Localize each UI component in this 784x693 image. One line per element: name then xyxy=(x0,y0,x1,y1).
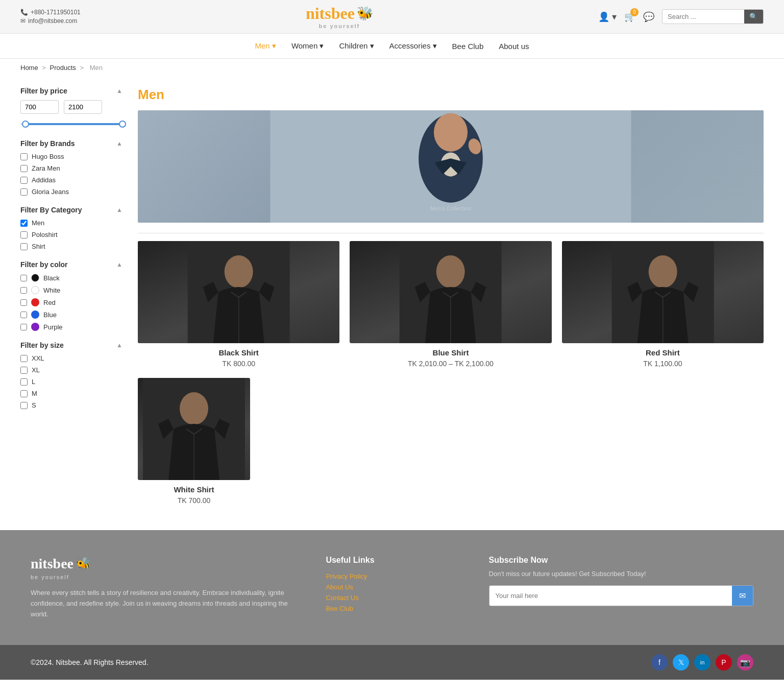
color-white-label: White xyxy=(43,286,60,294)
filter-color-header[interactable]: Filter by color ▲ xyxy=(20,260,122,269)
product-name-blue-shirt: Blue Shirt xyxy=(350,348,551,357)
brand-hugo-boss-checkbox[interactable] xyxy=(20,153,28,160)
color-blue-checkbox[interactable] xyxy=(20,312,27,318)
twitter-icon[interactable]: 𝕏 xyxy=(673,654,689,671)
color-purple-checkbox[interactable] xyxy=(20,324,27,330)
content-area: Men Men's Collection xyxy=(138,87,764,505)
breadcrumb: Home > Products > Men xyxy=(0,59,784,77)
cat-poloshirt-checkbox[interactable] xyxy=(20,231,28,238)
site-logo[interactable]: nitsbee 🐝 be yourself xyxy=(81,4,598,29)
color-white-dot xyxy=(31,286,39,294)
cat-shirt-checkbox[interactable] xyxy=(20,243,28,250)
facebook-icon[interactable]: f xyxy=(651,654,668,671)
color-white: White xyxy=(20,286,122,294)
nav-children[interactable]: Children ▾ xyxy=(339,41,374,51)
cart-icon[interactable]: 🛒 0 xyxy=(624,11,635,22)
breadcrumb-products[interactable]: Products xyxy=(50,64,76,71)
footer-links-title: Useful Links xyxy=(326,556,458,565)
contact-info: 📞 +880-1711950101 ✉ info@nitsbee.com xyxy=(20,9,81,25)
footer-logo-section: nitsbee 🐝 be yourself Where every stitch… xyxy=(31,556,295,619)
brand-zara-men: Zara Men xyxy=(20,164,122,172)
brand-gloria-jeans-checkbox[interactable] xyxy=(20,188,28,196)
brand-addidas-checkbox[interactable] xyxy=(20,177,28,184)
logo-text: nitsbee xyxy=(306,4,355,23)
color-black-checkbox[interactable] xyxy=(20,275,27,281)
footer-link-privacy[interactable]: Privacy Policy xyxy=(326,572,458,580)
product-img-black-shirt xyxy=(138,241,339,343)
size-m: M xyxy=(20,390,122,397)
nav-bee-club[interactable]: Bee Club xyxy=(452,42,484,51)
svg-text:Men's Collection: Men's Collection xyxy=(430,205,471,211)
product-img-blue-shirt xyxy=(350,241,551,343)
social-icons: f 𝕏 in P 📷 xyxy=(651,654,753,671)
footer: nitsbee 🐝 be yourself Where every stitch… xyxy=(0,530,784,680)
product-card-black-shirt[interactable]: Black Shirt TK 800.00 xyxy=(138,241,339,368)
svg-point-2 xyxy=(434,113,468,152)
chevron-up-icon: ▲ xyxy=(116,261,122,268)
breadcrumb-home[interactable]: Home xyxy=(20,64,38,71)
filter-price-header[interactable]: Filter by price ▲ xyxy=(20,87,122,95)
phone-number: +880-1711950101 xyxy=(31,9,81,16)
price-min-input[interactable] xyxy=(20,100,59,114)
filter-size-header[interactable]: Filter by size ▲ xyxy=(20,341,122,349)
user-icon[interactable]: 👤 ▾ xyxy=(598,11,617,22)
email-subscribe-input[interactable] xyxy=(489,586,732,606)
email-subscribe-button[interactable]: ✉ xyxy=(732,586,753,606)
logo-tagline: be yourself xyxy=(319,23,360,29)
slider-thumb-left[interactable] xyxy=(22,121,29,128)
svg-point-16 xyxy=(180,392,208,425)
size-xl-checkbox[interactable] xyxy=(20,367,28,374)
filter-category-header[interactable]: Filter By Category ▲ xyxy=(20,206,122,214)
filter-brands-header[interactable]: Filter by Brands ▲ xyxy=(20,139,122,148)
product-img-red-shirt xyxy=(562,241,764,343)
product-img-white-shirt xyxy=(138,378,250,480)
pinterest-icon[interactable]: P xyxy=(716,654,732,671)
footer-subscribe-desc: Don't miss our future updates! Get Subsc… xyxy=(489,570,753,578)
email-info: ✉ info@nitsbee.com xyxy=(20,17,81,25)
hero-banner: Men's Collection xyxy=(138,110,764,223)
cat-shirt: Shirt xyxy=(20,243,122,250)
product-name-red-shirt: Red Shirt xyxy=(562,348,764,357)
nav-women[interactable]: Women ▾ xyxy=(291,41,324,51)
price-slider[interactable] xyxy=(20,119,122,129)
slider-fill xyxy=(26,123,122,125)
search-button[interactable]: 🔍 xyxy=(744,10,763,23)
size-s-checkbox[interactable] xyxy=(20,402,28,409)
size-m-checkbox[interactable] xyxy=(20,390,28,397)
cat-men-label: Men xyxy=(32,219,44,227)
slider-thumb-right[interactable] xyxy=(119,121,126,128)
footer-link-contact[interactable]: Contact Us xyxy=(326,594,458,602)
instagram-icon[interactable]: 📷 xyxy=(737,654,753,671)
size-l: L xyxy=(20,378,122,386)
cat-men-checkbox[interactable] xyxy=(20,220,28,227)
brand-gloria-jeans: Gloria Jeans xyxy=(20,188,122,196)
footer-links-section: Useful Links Privacy Policy About Us Con… xyxy=(326,556,458,619)
black-shirt-img xyxy=(138,241,339,343)
nav-accessories[interactable]: Accessories ▾ xyxy=(389,41,437,51)
nav-men[interactable]: Men ▾ xyxy=(255,41,276,51)
color-black-label: Black xyxy=(43,274,60,282)
search-input[interactable] xyxy=(663,10,744,23)
size-xxl-checkbox[interactable] xyxy=(20,355,28,362)
color-red-checkbox[interactable] xyxy=(20,299,27,306)
nav-about-us[interactable]: About us xyxy=(499,42,529,51)
brand-zara-men-checkbox[interactable] xyxy=(20,165,28,172)
footer-link-bee-club[interactable]: Bee Club xyxy=(326,605,458,612)
footer-link-about[interactable]: About Us xyxy=(326,583,458,591)
footer-tagline: be yourself xyxy=(31,574,295,580)
linkedin-icon[interactable]: in xyxy=(694,654,710,671)
whatsapp-icon[interactable]: 💬 xyxy=(643,11,654,22)
product-card-white-shirt[interactable]: White Shirt TK 700.00 xyxy=(138,378,250,505)
product-card-blue-shirt[interactable]: Blue Shirt TK 2,010.00 – TK 2,100.00 xyxy=(350,241,551,368)
chevron-up-icon: ▲ xyxy=(116,87,122,94)
filter-size-section: Filter by size ▲ XXL XL L M S xyxy=(20,341,122,409)
filter-category-section: Filter By Category ▲ Men Poloshirt Shirt xyxy=(20,206,122,250)
price-max-input[interactable] xyxy=(64,100,102,114)
size-l-checkbox[interactable] xyxy=(20,378,28,386)
copyright-text: ©2024. Nitsbee. All Rights Reserved. xyxy=(31,658,149,666)
color-purple-label: Purple xyxy=(43,323,63,331)
product-card-red-shirt[interactable]: Red Shirt TK 1,100.00 xyxy=(562,241,764,368)
color-white-checkbox[interactable] xyxy=(20,287,27,294)
color-black: Black xyxy=(20,274,122,282)
chevron-up-icon: ▲ xyxy=(116,140,122,147)
